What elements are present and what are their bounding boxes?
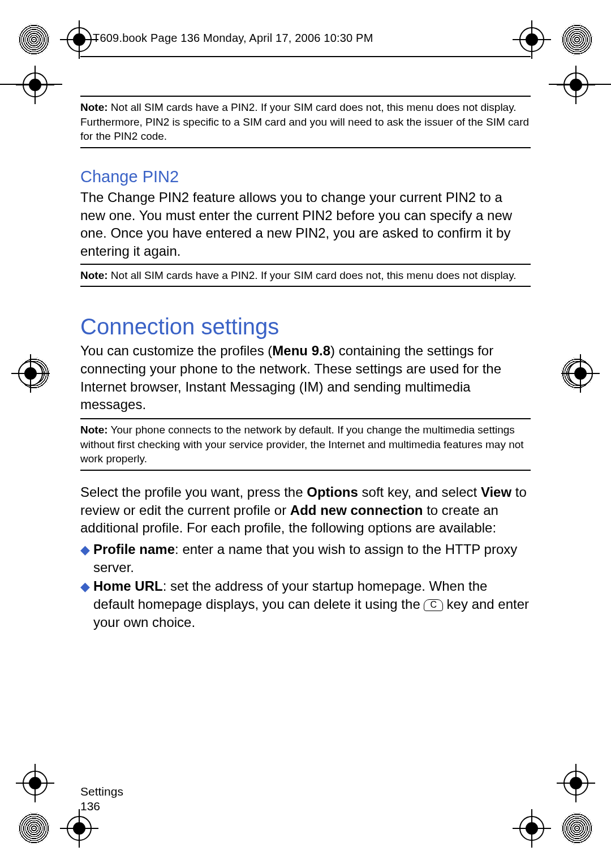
page-footer: Settings 136 bbox=[80, 784, 123, 814]
body-text: You can customize the profiles (Menu 9.8… bbox=[80, 342, 531, 414]
crop-tick bbox=[0, 84, 62, 85]
option-list: ◆ Profile name: enter a name that you wi… bbox=[80, 540, 531, 631]
option-name: Home URL bbox=[93, 578, 163, 594]
text-fragment: Select the profile you want, press the bbox=[80, 484, 307, 500]
note-block: Note: Not all SIM cards have a PIN2. If … bbox=[80, 265, 531, 286]
keycap-icon: C bbox=[424, 599, 443, 611]
diamond-bullet-icon: ◆ bbox=[80, 577, 93, 631]
registration-mark-icon bbox=[18, 361, 43, 386]
list-item-text: Profile name: enter a name that you wish… bbox=[93, 540, 531, 576]
text-fragment: You can customize the profiles ( bbox=[80, 343, 272, 358]
diamond-bullet-icon: ◆ bbox=[80, 540, 93, 576]
note-label: Note: bbox=[80, 424, 108, 436]
section-heading-connection-settings: Connection settings bbox=[80, 314, 531, 340]
option-name: Profile name bbox=[93, 542, 175, 557]
note-label: Note: bbox=[80, 269, 108, 281]
note-text: Not all SIM cards have a PIN2. If your S… bbox=[108, 269, 517, 281]
divider bbox=[80, 470, 531, 471]
note-block: Note: Your phone connects to the network… bbox=[80, 419, 531, 470]
crop-swirl-icon bbox=[18, 813, 50, 844]
footer-section: Settings bbox=[80, 784, 123, 799]
crop-swirl-icon bbox=[18, 24, 50, 55]
registration-mark-icon bbox=[23, 72, 48, 97]
list-item-text: Home URL: set the address of your startu… bbox=[93, 577, 531, 631]
divider bbox=[80, 147, 531, 148]
crop-tick bbox=[549, 84, 611, 85]
note-text: Not all SIM cards have a PIN2. If your S… bbox=[80, 101, 529, 142]
menu-ref: Menu 9.8 bbox=[272, 343, 330, 358]
note-block: Note: Not all SIM cards have a PIN2. If … bbox=[80, 97, 531, 147]
body-text: Select the profile you want, press the O… bbox=[80, 483, 531, 537]
registration-mark-icon bbox=[23, 771, 48, 796]
page-content: T609.book Page 136 Monday, April 17, 200… bbox=[80, 32, 531, 836]
section-heading-change-pin2: Change PIN2 bbox=[80, 167, 531, 186]
registration-mark-icon bbox=[563, 771, 588, 796]
body-text: The Change PIN2 feature allows you to ch… bbox=[80, 188, 531, 260]
list-item: ◆ Home URL: set the address of your star… bbox=[80, 577, 531, 631]
registration-mark-icon bbox=[563, 72, 588, 97]
option-ref: View bbox=[481, 484, 511, 500]
text-fragment: soft key, and select bbox=[358, 484, 481, 500]
crop-swirl-icon bbox=[561, 813, 593, 844]
divider bbox=[80, 286, 531, 287]
note-text: Your phone connects to the network by de… bbox=[80, 424, 524, 465]
footer-page-number: 136 bbox=[80, 799, 123, 814]
softkey-ref: Options bbox=[307, 484, 358, 500]
registration-mark-icon bbox=[568, 361, 593, 386]
crop-swirl-icon bbox=[561, 24, 593, 55]
list-item: ◆ Profile name: enter a name that you wi… bbox=[80, 540, 531, 576]
option-ref: Add new connection bbox=[290, 502, 423, 518]
note-label: Note: bbox=[80, 101, 108, 113]
running-head: T609.book Page 136 Monday, April 17, 200… bbox=[80, 32, 531, 48]
